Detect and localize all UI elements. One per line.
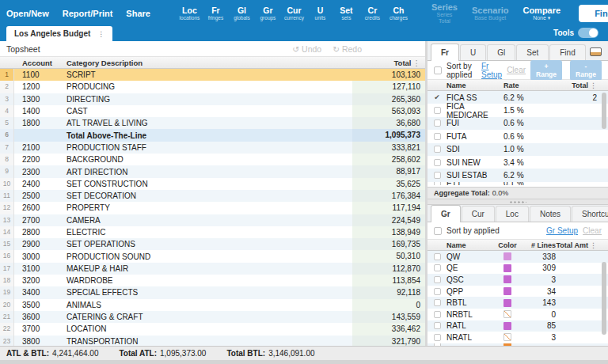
table-row[interactable]: 92300ART DIRECTION88,917 <box>0 165 425 177</box>
fringe-row[interactable]: SDI1.0 % <box>428 143 608 156</box>
checkbox[interactable] <box>434 107 441 114</box>
total-column-header[interactable]: Total⋮ <box>352 59 425 67</box>
clear-link[interactable]: Clear <box>507 66 526 74</box>
checkbox[interactable] <box>434 119 441 127</box>
groups-tab-notes[interactable]: Notes <box>530 206 571 222</box>
lines-column-header[interactable]: # Lines <box>521 241 556 249</box>
checkbox[interactable] <box>434 299 441 306</box>
table-row[interactable]: 142800ELECTRIC138,949 <box>0 226 425 238</box>
fringes-tab-find[interactable]: Find <box>549 44 585 60</box>
total-amt-column-header[interactable]: Total Amt⋮ <box>556 241 608 249</box>
menu-open-new[interactable]: Open/New <box>6 9 49 18</box>
table-row[interactable]: 203500ANIMALS0 <box>0 299 425 311</box>
panel-layout-icon[interactable] <box>590 47 602 56</box>
tool-ch[interactable]: Chcharges <box>386 6 411 21</box>
table-row[interactable]: 223700LOCATION336,462 <box>0 323 425 335</box>
table-row[interactable]: 11100SCRIPT103,130 <box>0 69 425 81</box>
fringe-row[interactable]: SUI ESTAB6.2 % <box>428 169 608 181</box>
table-row[interactable]: 112500SET DECORATION176,384 <box>0 190 425 202</box>
document-tab[interactable]: Los Angeles Budget ⋮ <box>6 26 112 41</box>
rate-column-header[interactable]: Rate <box>504 82 560 89</box>
fringes-tab-u[interactable]: U <box>460 44 486 60</box>
add-range-button[interactable]: + Range <box>530 60 562 81</box>
panel-splitter[interactable] <box>428 199 608 205</box>
tools-toggle[interactable] <box>578 28 598 38</box>
column-menu-icon[interactable]: ⋮ <box>590 241 597 249</box>
find-button[interactable]: Find <box>579 5 608 22</box>
fringe-row[interactable]: SUI NEW3.4 % <box>428 156 608 169</box>
sort-by-applied-checkbox[interactable] <box>434 227 442 235</box>
name-column-header[interactable]: Name <box>446 82 504 89</box>
table-row[interactable]: 21200PRODUCING127,110 <box>0 81 425 93</box>
tool-gl[interactable]: Glglobals <box>230 6 254 21</box>
checkbox[interactable] <box>434 159 441 166</box>
redo-button[interactable]: ↻ Redo <box>332 44 362 54</box>
scrollbar-thumb[interactable] <box>602 93 606 129</box>
group-row[interactable]: RATL85 <box>428 320 608 332</box>
color-column-header[interactable]: Color <box>494 241 521 249</box>
checkbox[interactable] <box>434 322 441 329</box>
mode-compare[interactable]: CompareNone ▾ <box>522 6 560 21</box>
group-row[interactable]: QE309 <box>428 263 608 275</box>
table-row[interactable]: 41400CAST563,093 <box>0 105 425 117</box>
group-row[interactable]: QPP34 <box>428 286 608 298</box>
groups-tab-gr[interactable]: Gr <box>431 205 461 222</box>
table-row[interactable]: 213600CATERING & CRAFT143,559 <box>0 311 425 323</box>
total-column-header[interactable]: Total⋮ <box>560 82 608 89</box>
tool-cr[interactable]: Crcredits <box>360 6 385 21</box>
checkbox[interactable] <box>434 172 441 179</box>
remove-range-button[interactable]: - Range <box>570 60 602 81</box>
tool-cur[interactable]: Curcurrency <box>282 6 306 21</box>
table-row[interactable]: 183200WARDROBE113,854 <box>0 275 425 286</box>
fringe-row[interactable]: ETT0.1 % <box>428 182 608 185</box>
checkbox[interactable] <box>434 288 441 295</box>
table-row[interactable]: 122600PROPERTY117,194 <box>0 202 425 214</box>
fringes-tab-gl[interactable]: Gl <box>487 44 515 60</box>
groups-tab-cur[interactable]: Cur <box>462 206 495 222</box>
groups-tab-shortcuts[interactable]: Shortcuts <box>572 206 608 222</box>
table-row[interactable]: 6Total Above-The-Line1,095,373 <box>0 129 425 141</box>
scrollbar-thumb[interactable] <box>602 262 606 335</box>
gr-setup-link[interactable]: Gr Setup <box>546 226 578 235</box>
menu-report-print[interactable]: Report/Print <box>63 9 113 18</box>
clear-link[interactable]: Clear <box>583 226 602 235</box>
groups-tab-loc[interactable]: Loc <box>496 206 529 222</box>
table-row[interactable]: 233800TRANSPORTATION321,790 <box>0 336 425 346</box>
group-row[interactable]: QW338 <box>428 251 608 263</box>
tool-set[interactable]: Setsets <box>334 6 359 21</box>
group-row[interactable]: NRBTL0 <box>428 309 608 320</box>
table-row[interactable]: 193400SPECIAL EFFECTS92,118 <box>0 286 425 298</box>
tool-gr[interactable]: Grgroups <box>256 6 280 21</box>
table-row[interactable]: 102400SET CONSTRUCTION35,625 <box>0 178 425 190</box>
checkbox[interactable] <box>434 253 441 260</box>
fringes-tab-fr[interactable]: Fr <box>431 44 459 61</box>
undo-button[interactable]: ↺ Undo <box>292 44 321 54</box>
group-row[interactable] <box>428 343 608 346</box>
fr-setup-link[interactable]: Fr Setup <box>481 62 502 79</box>
fringe-row[interactable]: FUTA0.6 % <box>428 130 608 142</box>
checkbox[interactable] <box>434 146 441 153</box>
checkbox[interactable] <box>434 334 441 341</box>
table-row[interactable]: 82200BACKGROUND258,602 <box>0 154 425 165</box>
account-column-header[interactable]: Account <box>14 59 63 67</box>
checkbox[interactable] <box>434 343 441 346</box>
description-column-header[interactable]: Category Description <box>63 59 352 67</box>
tool-loc[interactable]: Loclocations <box>177 6 202 21</box>
checkbox[interactable] <box>434 133 441 140</box>
fringe-row[interactable]: FICA MEDICARE1.5 % <box>428 104 608 116</box>
tab-menu-icon[interactable]: ⋮ <box>97 30 104 38</box>
table-row[interactable]: 163000PRODUCTION SOUND50,310 <box>0 250 425 262</box>
sort-by-applied-checkbox[interactable] <box>434 66 442 74</box>
checkbox[interactable] <box>434 276 441 283</box>
group-row[interactable]: NRATL3 <box>428 332 608 343</box>
checkbox[interactable] <box>434 264 441 271</box>
table-row[interactable]: 173100MAKEUP & HAIR112,870 <box>0 263 425 275</box>
menu-share[interactable]: Share <box>126 9 150 18</box>
table-row[interactable]: 132700CAMERA224,549 <box>0 214 425 226</box>
column-menu-icon[interactable]: ⋮ <box>590 82 597 89</box>
tool-fr[interactable]: Frfringes <box>203 6 228 21</box>
group-row[interactable]: QSC3 <box>428 274 608 286</box>
table-row[interactable]: 31300DIRECTING265,360 <box>0 93 425 105</box>
table-row[interactable]: 152900SET OPERATIONS169,735 <box>0 238 425 250</box>
table-row[interactable]: 72100PRODUCTION STAFF333,821 <box>0 142 425 154</box>
